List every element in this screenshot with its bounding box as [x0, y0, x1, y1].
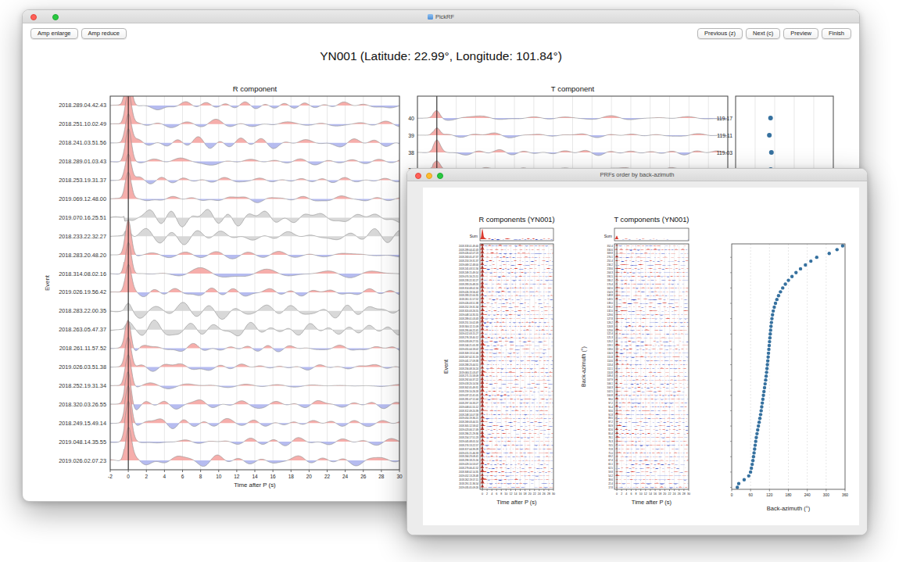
tiny-row-label: 2019.070.16.25.51 — [459, 275, 478, 278]
tiny-row-label: 2018.297.16.33.27 — [459, 402, 478, 405]
x-tick-label: 16 — [270, 474, 277, 479]
baz-dot — [815, 256, 818, 259]
x-tick-label: 6 — [630, 492, 632, 496]
event-label: 2018.261.11.57.52 — [59, 345, 106, 352]
tiny-row-label: 127.8 — [607, 317, 613, 320]
tiny-row-label: 2019.012.03.15.27 — [459, 332, 478, 335]
tiny-row-label: 93.6 — [608, 410, 613, 413]
x-tick-label: 60 — [748, 493, 753, 497]
plot-title: R component — [233, 84, 278, 93]
baz-dot — [765, 367, 768, 370]
x-tick-label: 22 — [668, 492, 671, 496]
x-tick-label: 14 — [514, 492, 517, 496]
x-tick-label: 30 — [552, 492, 555, 496]
preview-button[interactable]: Preview — [783, 28, 818, 39]
tiny-row-label: 2018.244.21.05.33 — [459, 344, 478, 347]
finish-button[interactable]: Finish — [822, 28, 851, 39]
x-tick-label: 30 — [687, 492, 690, 496]
y-axis-label: Back-azimuth (°) — [581, 346, 587, 387]
x-tick-label: 18 — [658, 492, 661, 496]
amp-enlarge-button[interactable]: Amp enlarge — [30, 28, 78, 39]
tiny-row-label: 2018.302.05.49.31 — [459, 386, 478, 389]
event-label: 2018.314.08.02.16 — [59, 270, 106, 277]
x-tick-label: 2 — [145, 474, 148, 479]
x-axis-label: Time after P (s) — [234, 481, 276, 489]
tiny-row-label: 2018.269.03.44.15 — [459, 421, 478, 424]
tiny-row-label: 124.8 — [607, 325, 613, 328]
baz-dot — [750, 467, 753, 470]
tiny-row-label: 154.9 — [607, 291, 613, 294]
tiny-row-label: 2018.308.02.14.35 — [459, 471, 478, 474]
tiny-row-label: 2018.279.06.41.52 — [459, 467, 478, 470]
tiny-row-label: 2018.286.21.29.36 — [459, 432, 478, 435]
pickrf-titlebar[interactable]: PickRF — [23, 10, 859, 23]
x-tick-label: 12 — [644, 492, 647, 496]
tiny-row-label: 2018.291.11.36.54 — [459, 482, 478, 485]
tiny-row-label: 2019.048.14.35.55 — [459, 313, 478, 317]
event-label: 2018.263.05.47.37 — [59, 326, 106, 333]
baz-dot — [761, 401, 764, 404]
x-tick-label: 14 — [252, 474, 258, 479]
x-tick-label: 4 — [491, 492, 492, 496]
tiny-row-label: 106.1 — [607, 382, 613, 385]
baz-dot — [761, 398, 765, 401]
tiny-row-label: 2018.283.20.48.20 — [459, 283, 478, 286]
baz-dot — [809, 260, 812, 263]
tiny-row-label: 2018.320.03.26.55 — [459, 310, 478, 313]
event-label: 2018.289.04.42.43 — [59, 102, 106, 109]
event-label: 2018.253.19.31.37 — [59, 177, 106, 184]
tiny-row-label: 2018.263.05.47.37 — [459, 256, 478, 259]
sum-label: Sum — [470, 234, 478, 238]
tiny-row-label: 204.3 — [607, 271, 613, 274]
tiny-row-label: 2019.052.13.28.48 — [459, 474, 478, 478]
event-label: 2019.070.16.25.51 — [59, 214, 106, 221]
baz-dot — [760, 405, 763, 408]
tiny-row-label: 109.4 — [607, 374, 613, 378]
baz-dot — [749, 471, 752, 474]
tiny-row-label: 2019.026.02.07.23 — [459, 252, 478, 255]
baz-dot — [758, 417, 761, 420]
tiny-row-label: 65.1 — [608, 463, 613, 466]
tiny-row-label: 2018.283.22.00.35 — [459, 294, 478, 297]
x-axis-label: Back-azimuth (°) — [767, 505, 811, 512]
previous-button[interactable]: Previous (z) — [697, 28, 743, 39]
tiny-row-label: 2018.312.09.20.39 — [459, 410, 478, 413]
next-button[interactable]: Next (c) — [746, 28, 780, 39]
tiny-row-label: 110.8 — [607, 371, 614, 374]
tiny-row-label: 170.4 — [607, 283, 613, 286]
tiny-row-label: 234.2 — [607, 263, 613, 267]
plot-title: R components (YN001) — [478, 216, 554, 224]
x-tick-label: 26 — [678, 492, 681, 496]
event-label: 2018.252.19.31.34 — [59, 382, 106, 389]
baz-titlebar[interactable]: PRFs order by back-azimuth — [407, 169, 867, 181]
baz-dot — [779, 290, 782, 293]
event-label: 2018.233.22.32.27 — [59, 233, 106, 240]
baz-dot — [753, 447, 756, 450]
event-label: 2018.320.03.26.55 — [59, 401, 106, 408]
baz-dot — [772, 310, 775, 313]
tiny-row-label: 99.0 — [608, 398, 613, 401]
baz-dot — [756, 428, 759, 431]
baz-dot — [769, 328, 772, 331]
tiny-row-label: 71.0 — [608, 452, 613, 455]
tiny-row-label: 2018.253.19.31.37 — [459, 260, 478, 263]
tiny-row-label: 2018.281.07.12.44 — [459, 398, 478, 401]
tiny-row-label: 132.0 — [607, 310, 613, 313]
tiny-row-label: 116.9 — [607, 352, 614, 355]
event-label: 2019.048.14.35.55 — [59, 439, 106, 446]
x-tick-label: 180 — [785, 493, 791, 497]
baz-dot — [765, 374, 768, 378]
baz-figure-canvas: Sum2018.318.01.49.402018.289.04.42.43201… — [407, 169, 868, 535]
tiny-row-label: 2019.026.03.51.38 — [459, 302, 478, 305]
tiny-row-label: 2018.314.08.02.16 — [459, 287, 478, 290]
baz-dot — [764, 378, 767, 381]
tiny-row-label: 2018.276.18.40.12 — [459, 336, 478, 339]
tiny-row-label: 2018.251.10.02.49 — [459, 321, 478, 324]
tiny-row-label: 2018.317.04.39.28 — [459, 448, 478, 451]
baz-dot — [768, 336, 772, 339]
event-label: 2018.241.03.51.56 — [59, 139, 106, 146]
tiny-row-label: 102.5 — [607, 390, 613, 393]
amp-reduce-button[interactable]: Amp reduce — [81, 28, 127, 39]
y-axis-label: Event — [443, 360, 449, 374]
baz-dot — [786, 278, 790, 281]
